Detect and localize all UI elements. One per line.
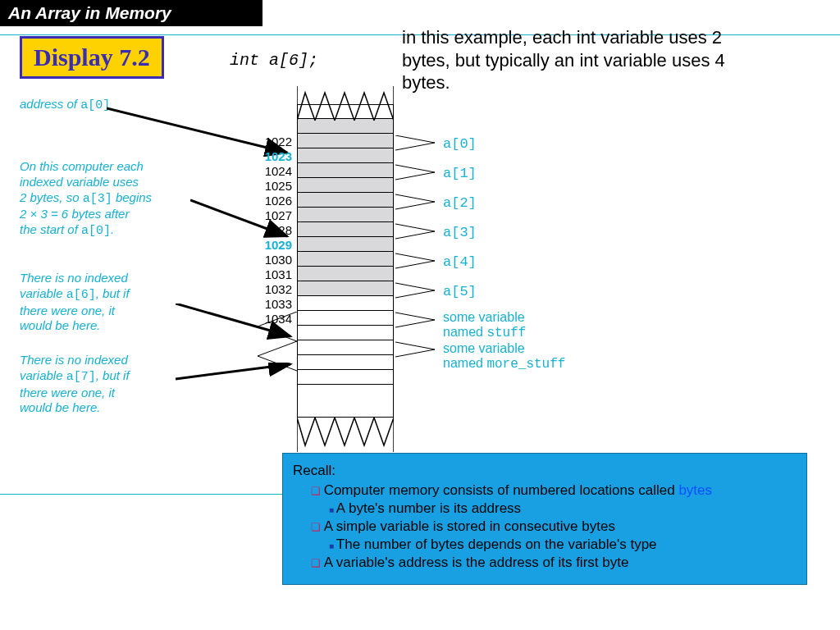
recall-item: Computer memory consists of numbered loc… [311, 482, 797, 518]
note-two-bytes: On this computer each indexed variable u… [20, 159, 208, 240]
address-value: 1028 [258, 223, 292, 238]
recall-header: Recall: [293, 462, 797, 480]
recall-subitem: A byte's number is its address [329, 500, 797, 518]
var-more-stuff: some variable named more_stuff [443, 341, 565, 372]
recall-subitem: The number of bytes depends on the varia… [329, 536, 797, 554]
zigzag-bottom-icon [297, 418, 394, 436]
elem-a5: a[5] [443, 284, 477, 299]
array-declaration: int a[6]; [230, 51, 318, 70]
memory-stack [297, 86, 394, 436]
recall-item: A variable's address is the address of i… [311, 554, 797, 572]
elem-a4: a[4] [443, 254, 477, 270]
note-a7: There is no indexed variable a[7], but i… [20, 353, 184, 416]
recall-item: A simple variable is stored in consecuti… [311, 518, 797, 554]
address-value: 1022 [258, 135, 292, 149]
zigzag-top-icon [297, 86, 394, 104]
left-braces [253, 312, 297, 410]
elem-a1: a[1] [443, 166, 477, 181]
elem-a3: a[3] [443, 225, 477, 240]
address-value: 1025 [258, 179, 292, 194]
address-value: 1027 [258, 208, 292, 223]
elem-a2: a[2] [443, 195, 477, 211]
display-badge: Display 7.2 [20, 36, 164, 79]
address-value: 1029 [258, 238, 292, 253]
address-value: 1033 [258, 297, 292, 312]
address-value: 1023 [258, 149, 292, 164]
address-value: 1026 [258, 194, 292, 208]
address-value: 1032 [258, 282, 292, 297]
right-braces [395, 135, 440, 414]
address-value: 1024 [258, 164, 292, 179]
page-title: An Array in Memory [0, 0, 262, 26]
var-stuff: some variable named stuff [443, 310, 526, 341]
caption-note: in this example, each int variable uses … [402, 26, 755, 94]
elem-a0: a[0] [443, 136, 477, 152]
address-value: 1030 [258, 253, 292, 267]
address-column: 1022102310241025102610271028102910301031… [258, 135, 292, 326]
address-value: 1031 [258, 267, 292, 282]
note-a6: There is no indexed variable a[6], but i… [20, 271, 184, 334]
recall-box: Recall: Computer memory consists of numb… [282, 453, 807, 585]
